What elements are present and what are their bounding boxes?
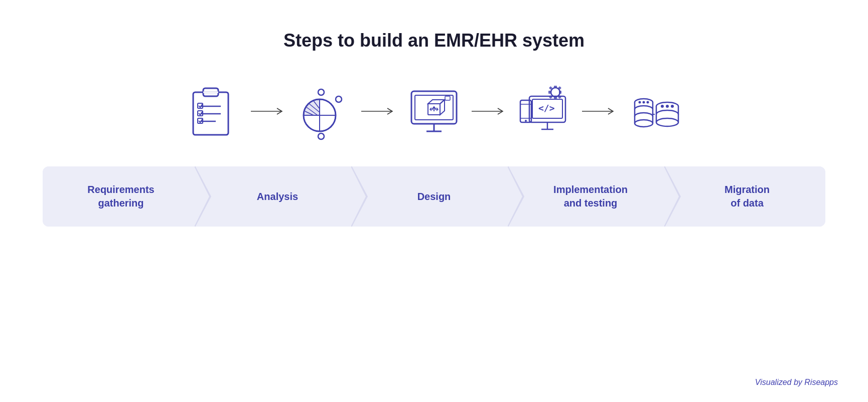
svg-point-16 [318, 89, 324, 95]
analysis-icon [288, 81, 359, 141]
svg-point-75 [671, 105, 674, 108]
svg-point-15 [336, 96, 342, 102]
svg-point-17 [318, 133, 324, 139]
step-implementation: Implementationand testing [512, 166, 669, 227]
step-analysis-label: Analysis [249, 190, 306, 204]
design-icon [399, 81, 469, 141]
step-analysis: Analysis [199, 166, 356, 227]
step-implementation-label: Implementationand testing [546, 183, 635, 210]
svg-text:</>: </> [538, 103, 555, 113]
migration-icon [620, 81, 690, 141]
step-design: Design [356, 166, 512, 227]
visualized-by: Visualized by Riseapps [755, 378, 838, 387]
svg-point-73 [661, 105, 664, 108]
step-requirements-label: Requirementsgathering [80, 183, 162, 210]
svg-point-61 [639, 101, 641, 104]
visualized-by-prefix: Visualized by [755, 378, 804, 386]
step-migration: Migrationof data [669, 166, 825, 227]
arrow-3 [469, 106, 509, 116]
implementation-icon: </> [509, 81, 580, 141]
step-migration-label: Migrationof data [717, 183, 777, 210]
step-requirements: Requirementsgathering [43, 166, 199, 227]
steps-container: Requirementsgathering Analysis Design Im… [43, 166, 825, 227]
svg-point-63 [647, 101, 649, 104]
svg-point-46 [525, 120, 527, 122]
arrow-4 [580, 106, 620, 116]
svg-rect-33 [559, 91, 561, 94]
arrow-1 [248, 106, 288, 116]
page-title: Steps to build an EMR/EHR system [283, 30, 585, 51]
arrow-2 [359, 106, 399, 116]
requirements-icon [178, 81, 248, 141]
svg-rect-27 [445, 96, 450, 100]
visualized-by-brand: Riseapps [804, 378, 838, 386]
svg-point-62 [643, 101, 645, 104]
svg-point-74 [666, 105, 669, 108]
svg-rect-30 [554, 86, 557, 88]
icons-row: </> [178, 81, 690, 141]
svg-point-29 [551, 88, 560, 97]
step-design-label: Design [410, 190, 459, 204]
svg-rect-32 [548, 91, 551, 94]
